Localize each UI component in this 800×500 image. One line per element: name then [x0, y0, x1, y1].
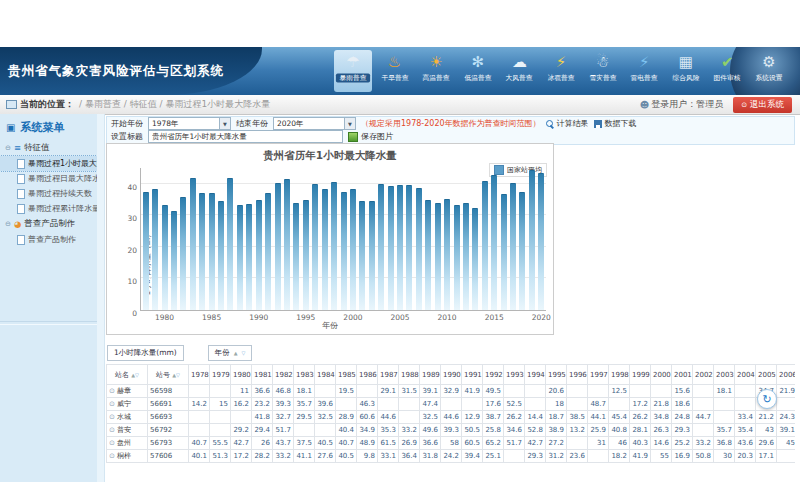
filter-icon[interactable]: ▽ [242, 350, 246, 356]
year-header-2005[interactable]: 2005 [756, 365, 777, 385]
year-header-1990[interactable]: 1990 [441, 365, 462, 385]
row-expand-icon[interactable]: ⊙ [109, 387, 115, 395]
nav-item-干旱普查[interactable]: ♨干旱普查 [376, 50, 414, 92]
download-label: 数据下载 [605, 118, 637, 129]
station-id-header[interactable]: 站号 ▲▽ [148, 365, 189, 385]
year-header-2002[interactable]: 2002 [693, 365, 714, 385]
year-header-1989[interactable]: 1989 [420, 365, 441, 385]
value-cell [567, 398, 588, 411]
nav-item-雷电普查[interactable]: ⚡雷电普查 [625, 50, 663, 92]
year-header-1998[interactable]: 1998 [609, 365, 630, 385]
download-button[interactable]: 数据下载 [594, 118, 637, 129]
x-tick-label: 1980 [155, 313, 174, 322]
start-year-select[interactable]: 1978年 ▼ [148, 117, 231, 130]
table-row-水城: ⊙水城5669341.832.729.532.528.960.644.632.5… [107, 411, 796, 424]
expand-icon[interactable]: ⊖ [5, 220, 11, 228]
year-header-1978[interactable]: 1978 [189, 365, 210, 385]
year-header-1995[interactable]: 1995 [546, 365, 567, 385]
measure-filter-box[interactable]: 1小时降水量(mm) [107, 345, 184, 361]
filter-icon[interactable]: ▽ [135, 372, 139, 378]
value-cell: 35.3 [378, 424, 399, 437]
tree-item-普查产品制作[interactable]: 普查产品制作 [0, 232, 97, 247]
tree-item-暴雨过程持续天数[interactable]: 暴雨过程持续天数 [0, 186, 97, 201]
sidebar-header: ▣ 系统菜单 [0, 114, 97, 140]
value-cell: 37.5 [294, 437, 315, 450]
year-header-1986[interactable]: 1986 [357, 365, 378, 385]
nav-item-低温普查[interactable]: ✻低温普查 [459, 50, 497, 92]
bar-1988 [237, 205, 243, 310]
row-expand-icon[interactable]: ⊙ [109, 426, 115, 434]
sort-asc-icon[interactable]: ▲ [234, 350, 238, 356]
scroll-widget[interactable]: ↻ [757, 389, 777, 409]
tree-node-特征值[interactable]: ⊖≡特征值 [0, 140, 97, 156]
station-id-cell: 56598 [148, 385, 189, 398]
nav-item-雪灾普查[interactable]: ☃雪灾普查 [584, 50, 622, 92]
nav-item-label: 低温普查 [461, 74, 495, 83]
year-sort-box[interactable]: 年份 ▲ ▽ [208, 345, 253, 361]
expand-icon[interactable]: ⊖ [5, 144, 11, 152]
tree-item-暴雨过程日最大降水量[interactable]: 暴雨过程日最大降水量 [0, 171, 97, 186]
nav-item-系统设置[interactable]: ⚙系统设置 [750, 50, 788, 92]
chart-title-input[interactable] [148, 130, 343, 143]
logout-button[interactable]: ⊙ 退出系统 [733, 97, 792, 113]
tree-item-暴雨过程累计降水量[interactable]: 暴雨过程累计降水量 [0, 201, 97, 216]
sidebar-divider [0, 321, 97, 325]
nav-item-大风普查[interactable]: ☁大风普查 [500, 50, 538, 92]
year-header-1988[interactable]: 1988 [399, 365, 420, 385]
year-header-2006[interactable]: 2006 [777, 365, 796, 385]
year-header-2001[interactable]: 2001 [672, 365, 693, 385]
year-header-1994[interactable]: 1994 [525, 365, 546, 385]
bar-2012 [463, 203, 469, 310]
nav-item-高温普查[interactable]: ☀高温普查 [417, 50, 455, 92]
year-header-1979[interactable]: 1979 [210, 365, 231, 385]
menu-icon: ▣ [6, 122, 15, 133]
calculate-button[interactable]: 计算结果 [546, 118, 589, 129]
row-expand-icon[interactable]: ⊙ [109, 400, 115, 408]
year-header-1999[interactable]: 1999 [630, 365, 651, 385]
save-image-button[interactable]: 保存图片 [348, 131, 393, 142]
value-cell: 33.1 [378, 450, 399, 463]
year-header-1985[interactable]: 1985 [336, 365, 357, 385]
search-icon [546, 120, 554, 128]
bar-1989 [246, 204, 252, 310]
year-header-1993[interactable]: 1993 [504, 365, 525, 385]
nav-item-图件审核[interactable]: ✔图件审核 [708, 50, 746, 92]
tree-item-暴雨过程1小时最大降水量[interactable]: 暴雨过程1小时最大降水量 [0, 156, 97, 171]
year-header-1997[interactable]: 1997 [588, 365, 609, 385]
value-cell: 55 [651, 450, 672, 463]
year-header-1991[interactable]: 1991 [462, 365, 483, 385]
year-header-2003[interactable]: 2003 [714, 365, 735, 385]
value-cell: 21.2 [756, 411, 777, 424]
sidebar-tree: ⊖≡特征值暴雨过程1小时最大降水量暴雨过程日最大降水量暴雨过程持续天数暴雨过程累… [0, 140, 97, 247]
end-year-select[interactable]: 2020年 ▼ [273, 117, 356, 130]
year-header-1987[interactable]: 1987 [378, 365, 399, 385]
station-name-header[interactable]: 站名 ▲▽ [107, 365, 148, 385]
nav-item-冰雹普查[interactable]: ⚡冰雹普查 [542, 50, 580, 92]
year-header-1984[interactable]: 1984 [315, 365, 336, 385]
nav-item-label: 暴雨普查 [336, 74, 370, 83]
year-header-2000[interactable]: 2000 [651, 365, 672, 385]
nav-item-综合风险[interactable]: ▦综合风险 [667, 50, 705, 92]
value-cell: 17.6 [483, 398, 504, 411]
row-expand-icon[interactable]: ⊙ [109, 413, 115, 421]
filter-icon[interactable]: ▽ [176, 372, 180, 378]
row-expand-icon[interactable]: ⊙ [109, 452, 115, 460]
year-header-1981[interactable]: 1981 [252, 365, 273, 385]
year-header-1983[interactable]: 1983 [294, 365, 315, 385]
year-header-1992[interactable]: 1992 [483, 365, 504, 385]
year-header-1996[interactable]: 1996 [567, 365, 588, 385]
bar-2000 [350, 189, 356, 310]
nav-item-暴雨普查[interactable]: ☂暴雨普查 [334, 50, 372, 92]
value-cell: 34.9 [357, 424, 378, 437]
panel-splitter[interactable] [97, 114, 105, 482]
tree-item-label: 普查产品制作 [28, 234, 76, 245]
tree-node-普查产品制作[interactable]: ⊖◕普查产品制作 [0, 216, 97, 232]
year-header-2004[interactable]: 2004 [735, 365, 756, 385]
year-header-1980[interactable]: 1980 [231, 365, 252, 385]
year-header-1982[interactable]: 1982 [273, 365, 294, 385]
high-temp-icon: ☀ [417, 52, 455, 72]
value-cell [504, 385, 525, 398]
y-tick-label: 20 [119, 246, 137, 255]
row-expand-icon[interactable]: ⊙ [109, 439, 115, 447]
value-cell: 40.8 [609, 424, 630, 437]
